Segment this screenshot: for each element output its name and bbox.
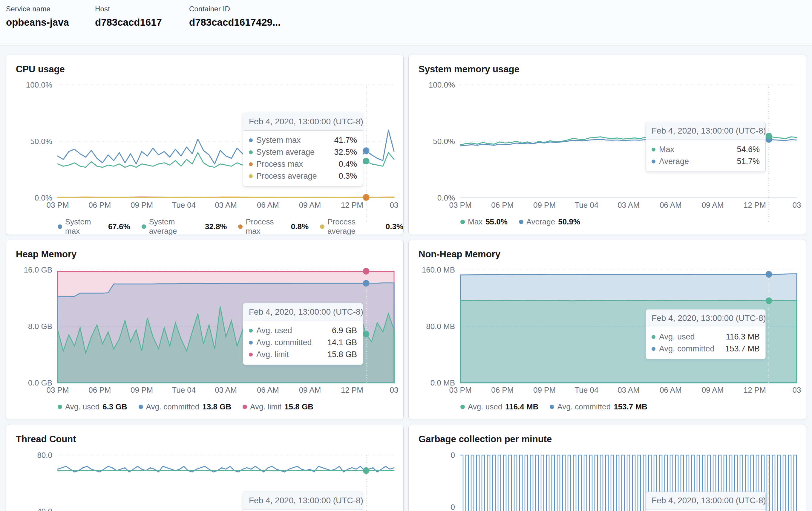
x-axis-label: 09 PM xyxy=(524,386,566,395)
legend-value: 67.6% xyxy=(108,222,130,231)
x-axis-label: 12 PM xyxy=(331,200,373,210)
host-label: Host xyxy=(95,5,162,13)
tooltip-row: Avg. used6.9 GB xyxy=(249,324,357,337)
tooltip-series-value: 32.5% xyxy=(334,148,357,157)
tooltip-timestamp: Feb 4, 2020, 13:00:00 (UTC-8) xyxy=(646,492,765,510)
legend-item[interactable]: Process max0.8% xyxy=(238,217,309,235)
x-axis-label: 03 AM xyxy=(205,386,247,395)
legend-dot-icon xyxy=(238,224,242,229)
tooltip-row: Avg. used116.3 MB xyxy=(651,331,760,343)
legend-label: System average xyxy=(149,217,202,235)
x-axis-label: 03 xyxy=(776,200,806,210)
service-name-value: opbeans-java xyxy=(6,17,69,28)
x-axis-label: 03 xyxy=(776,386,806,395)
y-axis-label: 80.0 MB xyxy=(410,322,455,331)
series-dot-icon xyxy=(249,138,253,142)
tooltip-series-label: Avg. used xyxy=(659,332,726,342)
panel-cpu: CPU usage100.0%50.0%0.0%03 PM06 PM09 PMT… xyxy=(6,55,404,235)
legend-item[interactable]: System max67.6% xyxy=(58,217,130,235)
legend-item[interactable]: Process average0.3% xyxy=(320,217,403,235)
legend-value: 153.7 MB xyxy=(614,402,647,411)
legend-item[interactable]: Average50.9% xyxy=(519,217,580,227)
chart-tooltip: Feb 4, 2020, 13:00:00 (UTC-8)System max4… xyxy=(243,113,363,187)
legend-value: 0.8% xyxy=(291,222,309,231)
tooltip-row: Avg. committed153.7 MB xyxy=(651,343,760,355)
metrics-dashboard-grid: CPU usage100.0%50.0%0.0%03 PM06 PM09 PMT… xyxy=(0,46,812,511)
tooltip-series-value: 14.1 GB xyxy=(327,338,357,347)
series-dot-icon xyxy=(651,148,656,151)
tooltip-series-value: 6.9 GB xyxy=(332,326,357,335)
tooltip-rows: Avg. count69.0 xyxy=(243,510,363,511)
x-axis-label: 09 AM xyxy=(692,386,734,395)
tooltip-row: System average32.5% xyxy=(249,146,357,158)
legend-label: Max xyxy=(468,217,483,227)
series-dot-icon xyxy=(249,352,253,357)
legend-label: System max xyxy=(65,217,105,235)
x-axis-label: 09 PM xyxy=(524,200,566,210)
series-dot-icon xyxy=(249,150,253,154)
x-axis-label: 03 PM xyxy=(439,386,481,395)
legend-label: Avg. committed xyxy=(146,402,200,411)
x-axis-label: 03 PM xyxy=(37,386,79,395)
legend-value: 13.8 GB xyxy=(202,402,231,411)
x-axis-label: 06 AM xyxy=(650,200,692,210)
x-axis-label: 03 xyxy=(373,386,404,395)
legend-value: 55.0% xyxy=(486,217,508,227)
panel-gc: Garbage collection per minute00Feb 4, 20… xyxy=(408,425,806,511)
x-axis-label: 09 AM xyxy=(692,200,734,210)
legend-item[interactable]: Avg. committed13.8 GB xyxy=(139,402,232,411)
x-axis-label: 06 PM xyxy=(482,200,523,210)
y-axis-label: 40.0 xyxy=(7,507,52,511)
chart-tooltip: Feb 4, 2020, 13:00:00 (UTC-8)G1 Old Gene… xyxy=(646,491,766,511)
legend-dot-icon xyxy=(58,224,62,229)
x-axis-label: 06 PM xyxy=(79,386,121,395)
legend-dot-icon xyxy=(58,405,62,409)
x-axis-label: 06 AM xyxy=(247,386,289,395)
legend-item[interactable]: Avg. limit15.8 GB xyxy=(242,402,313,411)
legend-dot-icon xyxy=(242,405,247,409)
x-axis-label: 06 AM xyxy=(650,386,692,395)
legend-label: Process average xyxy=(327,217,383,235)
y-axis-label: 50.0% xyxy=(410,137,455,146)
x-axis-label: 09 AM xyxy=(289,386,331,395)
legend-item[interactable]: System average32.8% xyxy=(142,217,227,235)
series-dot-icon xyxy=(249,162,253,166)
container-id-field: Container ID d783cacd1617429... xyxy=(189,5,281,28)
tooltip-row: Avg. limit15.8 GB xyxy=(249,348,357,360)
x-axis-label: 06 PM xyxy=(79,200,121,210)
series-dot-icon xyxy=(249,174,253,178)
y-axis-label: 16.0 GB xyxy=(7,265,52,275)
legend-value: 0.3% xyxy=(386,222,403,231)
tooltip-timestamp: Feb 4, 2020, 13:00:00 (UTC-8) xyxy=(243,113,363,131)
x-axis-label: 06 PM xyxy=(482,386,523,395)
tooltip-row: Process max0.4% xyxy=(249,158,357,170)
x-axis-label: 03 xyxy=(373,200,404,210)
legend-label: Average xyxy=(526,217,555,227)
panel-sysmem: System memory usage100.0%50.0%0.0%03 PM0… xyxy=(408,55,806,235)
tooltip-rows: Avg. used116.3 MBAvg. committed153.7 MB xyxy=(646,327,765,359)
tooltip-series-value: 153.7 MB xyxy=(725,344,760,353)
tooltip-series-label: System average xyxy=(256,148,334,157)
chart-tooltip: Feb 4, 2020, 13:00:00 (UTC-8)Max54.6%Ave… xyxy=(646,122,766,172)
tooltip-timestamp: Feb 4, 2020, 13:00:00 (UTC-8) xyxy=(646,122,765,140)
legend-item[interactable]: Avg. committed153.7 MB xyxy=(550,402,647,411)
x-axis-label: 09 PM xyxy=(121,200,163,210)
y-axis-label: 0 xyxy=(410,451,455,460)
tooltip-timestamp: Feb 4, 2020, 13:00:00 (UTC-8) xyxy=(646,310,765,327)
legend-item[interactable]: Max55.0% xyxy=(460,217,508,227)
x-axis-label: Tue 04 xyxy=(163,386,205,395)
x-axis-label: 12 PM xyxy=(331,386,373,395)
legend-value: 50.9% xyxy=(558,217,580,227)
tooltip-series-value: 51.7% xyxy=(737,157,760,166)
x-axis-label: 03 AM xyxy=(608,200,649,210)
legend-dot-icon xyxy=(142,224,146,229)
legend-item[interactable]: Avg. used116.4 MB xyxy=(460,402,538,411)
x-axis-label: 03 PM xyxy=(439,200,481,210)
legend-item[interactable]: Avg. used6.3 GB xyxy=(58,402,127,411)
series-dot-icon xyxy=(249,329,253,333)
x-axis-label: 03 AM xyxy=(608,386,649,395)
container-id-label: Container ID xyxy=(189,5,281,13)
legend-dot-icon xyxy=(139,405,143,409)
series-dot-icon xyxy=(651,347,656,351)
y-axis-label: 0 xyxy=(410,503,455,511)
